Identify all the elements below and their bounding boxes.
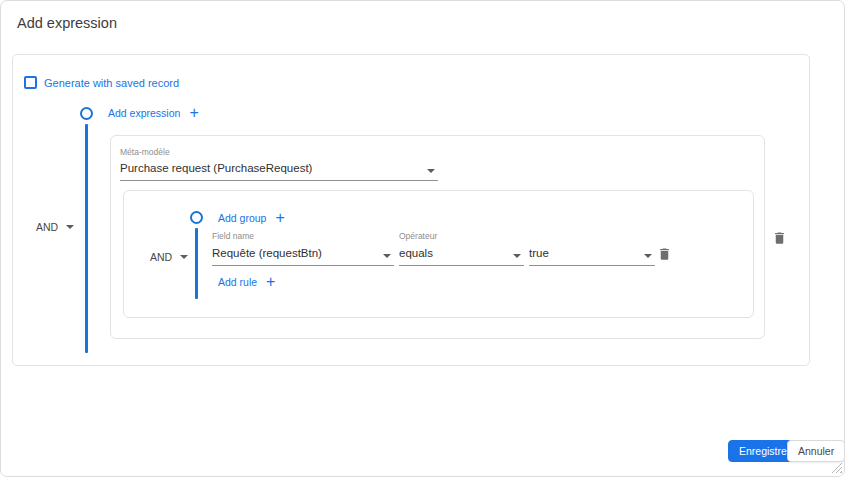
rule-value-select[interactable]: true (529, 246, 655, 266)
delete-expression-button[interactable] (772, 229, 789, 247)
add-expression-dialog: Add expression Generate with saved recor… (0, 0, 845, 477)
caret-down-icon (644, 254, 652, 258)
add-icon: + (266, 276, 275, 288)
add-rule-label: Add rule (218, 276, 257, 288)
field-name-label: Field name (212, 231, 254, 241)
expression-box: Méta-modèle Purchase request (PurchaseRe… (110, 135, 765, 339)
add-expression-link[interactable]: Add expression + (108, 107, 199, 119)
generate-checkbox[interactable] (24, 76, 37, 89)
dialog-title: Add expression (17, 15, 117, 31)
delete-rule-button[interactable] (657, 245, 674, 263)
group-box: Add group + AND Field name Requête (requ… (123, 190, 754, 318)
field-name-value: Requête (requestBtn) (212, 247, 322, 259)
group-operator-select[interactable]: AND (150, 251, 188, 263)
caret-down-icon (180, 255, 188, 259)
meta-model-select[interactable]: Purchase request (PurchaseRequest) (120, 161, 438, 181)
cancel-button[interactable]: Annuler (787, 440, 845, 462)
rule-value: true (529, 247, 549, 259)
caret-down-icon (66, 225, 74, 229)
caret-down-icon (427, 169, 435, 173)
add-icon: + (275, 212, 284, 224)
outer-operator-value: AND (36, 221, 58, 233)
trash-icon (657, 246, 672, 262)
add-rule-link[interactable]: Add rule + (218, 276, 275, 288)
caret-down-icon (513, 254, 521, 258)
operator-value: equals (399, 247, 433, 259)
add-group-link[interactable]: Add group + (218, 212, 285, 224)
expression-connector-line (85, 124, 88, 353)
meta-model-value: Purchase request (PurchaseRequest) (120, 162, 312, 174)
expression-node-icon (80, 107, 93, 120)
caret-down-icon (383, 254, 391, 258)
generate-with-saved-record-option[interactable]: Generate with saved record (24, 76, 179, 89)
trash-icon (772, 230, 787, 246)
group-operator-value: AND (150, 251, 172, 263)
resize-handle[interactable] (831, 462, 842, 473)
add-group-label: Add group (218, 212, 266, 224)
meta-model-label: Méta-modèle (120, 147, 170, 157)
group-node-icon (190, 211, 203, 224)
outer-operator-select[interactable]: AND (36, 221, 74, 233)
field-name-select[interactable]: Requête (requestBtn) (212, 246, 394, 266)
group-connector-line (195, 228, 198, 299)
expression-panel: Generate with saved record Add expressio… (12, 54, 810, 366)
operator-label: Opérateur (399, 231, 437, 241)
add-expression-label: Add expression (108, 107, 180, 119)
generate-checkbox-label: Generate with saved record (44, 77, 179, 89)
add-icon: + (189, 107, 198, 119)
operator-select[interactable]: equals (399, 246, 524, 266)
